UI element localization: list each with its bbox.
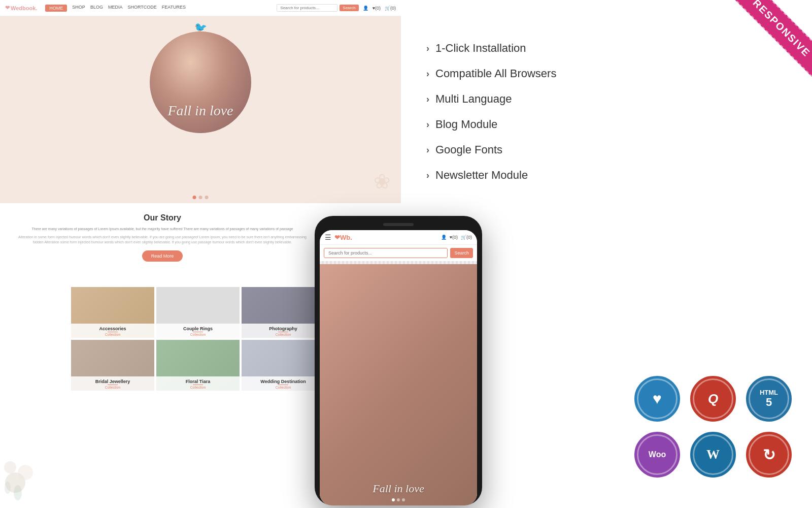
cat-sub: Collection	[244, 386, 323, 389]
floral-decoration: ❀	[374, 170, 391, 193]
phone-mockup: ☰ ❤ Wb. 👤 ♥(0) 🛒(0) Search Fall in love	[315, 216, 482, 505]
arrow-icon-1: ›	[426, 43, 429, 54]
desktop-search: Search	[277, 4, 358, 12]
html-text: HTML	[760, 389, 778, 396]
cat-label-bridal-jewellery: Bridal Jewellery Collection	[71, 376, 154, 391]
cat-title: Couple Rings	[158, 326, 238, 331]
desktop-nav-icons: 👤 ♥(0) 🛒(0)	[363, 6, 396, 11]
phone-search-bar: Search	[320, 245, 477, 261]
cart-icon[interactable]: 🛒(0)	[385, 6, 396, 11]
category-item-floral-tiara[interactable]: Floral Tiara Collection	[156, 340, 240, 391]
nav-shop[interactable]: SHOP	[72, 5, 85, 12]
search-button[interactable]: Search	[340, 5, 358, 11]
feature-label: 1-Click Installation	[435, 42, 526, 55]
cat-line	[193, 332, 203, 332]
svg-point-1	[18, 465, 33, 480]
nav-blog[interactable]: BLOG	[90, 5, 103, 12]
category-item-wedding-destination[interactable]: Wedding Destination Collection	[242, 340, 325, 391]
svg-point-4	[5, 482, 11, 494]
feature-label: Blog Module	[435, 118, 497, 131]
woo-label: Woo	[649, 450, 666, 459]
feature-label: Newsletter Module	[435, 169, 528, 182]
cat-label-floral-tiara: Floral Tiara Collection	[156, 376, 240, 391]
cat-line	[108, 332, 118, 332]
phone-user-icon[interactable]: 👤	[441, 235, 447, 240]
cat-label-wedding-destination: Wedding Destination Collection	[242, 376, 325, 391]
svg-point-2	[4, 461, 16, 473]
responsive-badge: RESPONSIVE	[710, 0, 812, 102]
phone-hero-tagline: Fall in love	[373, 482, 424, 495]
cat-title: Floral Tiara	[158, 379, 238, 384]
search-input[interactable]	[277, 4, 337, 12]
html5-number: 5	[766, 396, 772, 409]
cat-title: Photography	[244, 326, 323, 331]
phone-logo: ❤ Wb.	[334, 234, 352, 241]
phone-nav-icons: 👤 ♥(0) 🛒(0)	[441, 235, 472, 240]
cat-line	[193, 385, 203, 385]
user-icon[interactable]: 👤	[363, 6, 368, 11]
wordpress-w: W	[706, 447, 720, 462]
phone-dots	[392, 498, 405, 501]
cat-sub: Collection	[244, 333, 323, 336]
tech-icons-grid: ♥ Q HTML 5 Woo W	[634, 376, 792, 478]
cat-line	[278, 332, 288, 332]
wordpress-icon-inner: W	[693, 434, 733, 475]
hero-tagline: Fall in love	[0, 103, 401, 119]
hero-dots	[193, 196, 209, 199]
category-grid: Accessories Collection Couple Rings Coll…	[71, 287, 325, 391]
cat-label-couple-rings: Couple Rings Collection	[156, 324, 240, 338]
arrow-icon-3: ›	[426, 94, 429, 105]
nav-shortcode[interactable]: SHORTCODE	[127, 5, 156, 12]
query-icon-inner: Q	[693, 378, 733, 419]
category-item-couple-rings[interactable]: Couple Rings Collection	[156, 287, 240, 338]
arrow-icon-6: ›	[426, 170, 429, 181]
refresh-icon-inner: ↻	[749, 434, 789, 475]
category-item-accessories[interactable]: Accessories Collection	[71, 287, 154, 338]
cat-sub: Collection	[158, 386, 238, 389]
nav-media[interactable]: MEDIA	[108, 5, 123, 12]
phone-dot-3[interactable]	[402, 498, 405, 501]
phone-navbar: ☰ ❤ Wb. 👤 ♥(0) 🛒(0)	[320, 230, 477, 245]
feature-item-fonts: › Google Fonts	[426, 137, 787, 163]
wordpress-icon: W	[690, 432, 736, 478]
query-symbol: Q	[708, 391, 718, 407]
cat-label-accessories: Accessories Collection	[71, 324, 154, 338]
phone-screen: ☰ ❤ Wb. 👤 ♥(0) 🛒(0) Search Fall in love	[320, 230, 477, 505]
phone-dot-2[interactable]	[397, 498, 400, 501]
cat-title: Bridal Jewellery	[73, 379, 152, 384]
cat-sub: Collection	[73, 333, 152, 336]
arrow-icon-5: ›	[426, 145, 429, 155]
nav-features[interactable]: FEATURES	[162, 5, 186, 12]
arrow-icon-2: ›	[426, 69, 429, 79]
hamburger-icon[interactable]: ☰	[325, 233, 331, 241]
phone-search-input[interactable]	[324, 248, 448, 258]
phone-dot-1[interactable]	[392, 498, 395, 501]
story-title: Our Story	[15, 213, 310, 223]
social-icon-inner: ♥	[637, 378, 678, 419]
phone-search-button[interactable]: Search	[450, 248, 473, 258]
feature-label: Compatible All Browsers	[435, 67, 556, 80]
refresh-icon: ↻	[746, 432, 792, 478]
cat-sub: Collection	[158, 333, 238, 336]
dot-1[interactable]	[193, 196, 196, 199]
desktop-mockup: ❤Wedbook. HOME SHOP BLOG MEDIA SHORTCODE…	[0, 0, 401, 203]
category-item-photography[interactable]: Photography Collection	[242, 287, 325, 338]
woocommerce-icon: Woo	[634, 432, 680, 478]
category-item-bridal-jewellery[interactable]: Bridal Jewellery Collection	[71, 340, 154, 391]
cat-line	[108, 385, 118, 385]
refresh-symbol: ↻	[763, 446, 775, 464]
desktop-nav-links: HOME SHOP BLOG MEDIA SHORTCODE FEATURES	[45, 5, 186, 12]
phone-cart-icon[interactable]: 🛒(0)	[461, 235, 472, 240]
dot-3[interactable]	[205, 196, 209, 199]
cat-sub: Collection	[73, 386, 152, 389]
cat-label-photography: Photography Collection	[242, 324, 325, 338]
nav-home[interactable]: HOME	[45, 5, 67, 12]
wishlist-icon[interactable]: ♥(0)	[373, 6, 381, 11]
heart-icon: ♥	[653, 390, 662, 407]
html5-icon-inner: HTML 5	[749, 378, 789, 419]
desktop-logo: ❤Wedbook.	[5, 5, 38, 11]
cat-title: Wedding Destination	[244, 379, 323, 384]
phone-wishlist-icon[interactable]: ♥(0)	[450, 235, 458, 240]
read-more-button[interactable]: Read More	[142, 250, 183, 262]
dot-2[interactable]	[199, 196, 202, 199]
